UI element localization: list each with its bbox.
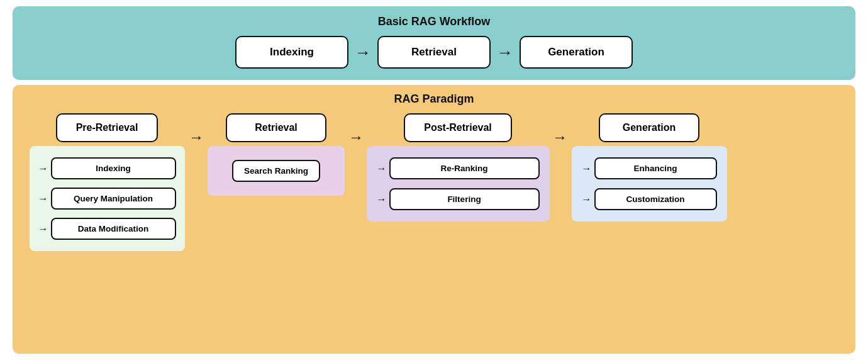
pre-arrow-3: → bbox=[38, 223, 48, 235]
gen-sub-inner: → Enhancing → Customization bbox=[578, 151, 721, 217]
post-item-2-row: → Filtering bbox=[377, 186, 540, 213]
top-box-indexing: Indexing bbox=[235, 36, 348, 69]
main-arrow-icon-1: → bbox=[189, 128, 204, 146]
main-box-pre-retrieval: Pre-Retrieval bbox=[56, 113, 159, 142]
arrow-2 bbox=[497, 43, 513, 62]
sub-box-enhancing: Enhancing bbox=[594, 157, 717, 179]
main-box-retrieval: Retrieval bbox=[226, 113, 326, 142]
sub-box-reranking: Re-Ranking bbox=[389, 157, 540, 179]
retrieval-sub-inner: Search Ranking bbox=[214, 151, 339, 191]
retrieval-col: Retrieval Search Ranking bbox=[204, 113, 348, 196]
sub-box-filtering: Filtering bbox=[389, 188, 540, 210]
top-title: Basic RAG Workflow bbox=[31, 15, 837, 28]
main-arrow-1: → bbox=[189, 113, 204, 146]
bottom-title: RAG Paradigm bbox=[25, 93, 843, 106]
sub-box-query-manipulation: Query Manipulation bbox=[51, 188, 176, 210]
paradigm-layout: Pre-Retrieval → Indexing → Query Manipul… bbox=[25, 113, 843, 251]
post-sub-area: → Re-Ranking → Filtering bbox=[367, 146, 550, 222]
post-arrow-1: → bbox=[377, 163, 387, 174]
generation-col: Generation → Enhancing → Customization bbox=[567, 113, 731, 222]
post-arrow-2: → bbox=[377, 194, 387, 205]
pre-sub-inner: → Indexing → Query Manipulation → Data M… bbox=[36, 151, 179, 246]
post-item-1-row: → Re-Ranking bbox=[377, 155, 540, 182]
post-sub-inner: → Re-Ranking → Filtering bbox=[373, 151, 543, 217]
main-arrow-2: → bbox=[348, 113, 364, 146]
pre-item-2-row: → Query Manipulation bbox=[38, 185, 176, 212]
gen-arrow-1: → bbox=[582, 163, 592, 174]
retrieval-sub-area: Search Ranking bbox=[208, 146, 345, 196]
arrow-1 bbox=[355, 43, 371, 62]
top-box-generation: Generation bbox=[520, 36, 633, 69]
gen-arrow-2: → bbox=[582, 194, 592, 205]
sub-box-customization: Customization bbox=[594, 188, 717, 210]
main-arrow-icon-3: → bbox=[552, 128, 567, 146]
top-section: Basic RAG Workflow Indexing Retrieval Ge… bbox=[13, 6, 855, 80]
gen-item-2-row: → Customization bbox=[582, 186, 717, 213]
post-retrieval-col: Post-Retrieval → Re-Ranking → Filtering bbox=[364, 113, 552, 222]
top-box-retrieval: Retrieval bbox=[377, 36, 491, 69]
pre-arrow-2: → bbox=[38, 193, 48, 205]
sub-box-search-ranking: Search Ranking bbox=[232, 160, 320, 182]
bottom-section: RAG Paradigm Pre-Retrieval → Indexing → … bbox=[13, 85, 855, 354]
gen-sub-area: → Enhancing → Customization bbox=[572, 146, 727, 222]
pre-item-3-row: → Data Modification bbox=[38, 215, 176, 242]
pre-item-1-row: → Indexing bbox=[38, 155, 176, 182]
main-box-generation: Generation bbox=[599, 113, 699, 142]
sub-box-indexing: Indexing bbox=[51, 157, 176, 179]
main-arrow-icon-2: → bbox=[348, 128, 364, 146]
sub-box-data-modification: Data Modification bbox=[51, 218, 176, 240]
pre-retrieval-col: Pre-Retrieval → Indexing → Query Manipul… bbox=[25, 113, 189, 251]
pre-arrow-1: → bbox=[38, 163, 48, 174]
main-box-post-retrieval: Post-Retrieval bbox=[404, 113, 512, 142]
pre-sub-area: → Indexing → Query Manipulation → Data M… bbox=[30, 146, 185, 251]
main-arrow-3: → bbox=[552, 113, 567, 146]
gen-item-1-row: → Enhancing bbox=[582, 155, 717, 182]
top-flow-row: Indexing Retrieval Generation bbox=[31, 36, 837, 69]
